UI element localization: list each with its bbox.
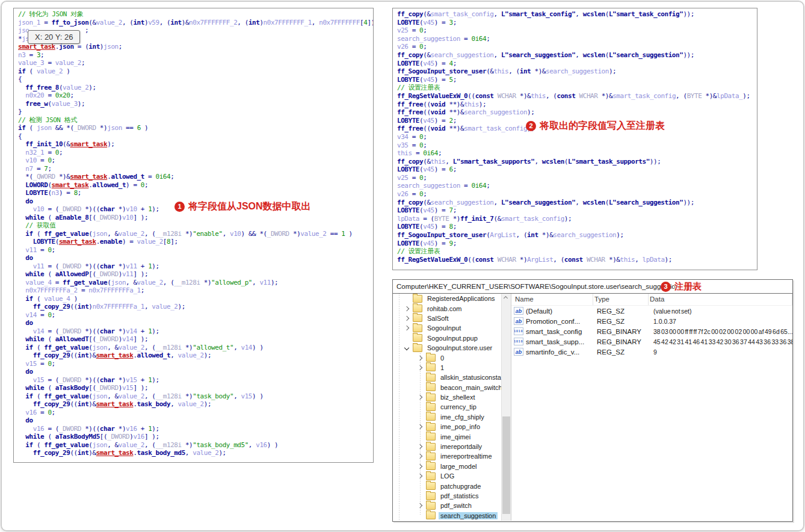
expander-box[interactable] <box>416 474 424 478</box>
tree-item-SalSoft[interactable]: SalSoft <box>393 314 511 323</box>
tree-item-patchupgrade[interactable]: patchupgrade <box>393 481 511 490</box>
tree-item-imereportdaily[interactable]: imereportdaily <box>393 442 511 451</box>
code-line: v15 = (_DWORD *)((char *)v15 + 1); <box>18 376 373 385</box>
tree-item-allskin_statusiconstatis[interactable]: allskin_statusiconstatis <box>393 373 511 382</box>
registry-address-bar[interactable]: Computer\HKEY_CURRENT_USER\SOFTWARE\Sogo… <box>393 280 792 294</box>
code-token: // 设置注册表 <box>397 84 440 91</box>
code-token: aAllowedT <box>55 335 89 343</box>
chevron-right-icon[interactable] <box>404 306 409 311</box>
tree-item-currency_tip[interactable]: currency_tip <box>393 402 511 412</box>
tree-item-label: imereportrealtime <box>439 453 494 460</box>
chevron-right-icon[interactable] <box>418 424 422 429</box>
column-header-data[interactable]: Data <box>649 294 792 305</box>
code-token: const <box>475 92 494 100</box>
code-token: v45 <box>423 165 434 173</box>
expander-box[interactable] <box>402 326 411 330</box>
tree-item-0[interactable]: 0 <box>393 353 511 362</box>
code-token: = <box>78 286 89 294</box>
chevron-right-icon[interactable] <box>418 444 422 449</box>
code-line: LOBYTE(v45) = 5; <box>397 76 757 84</box>
code-token: void <box>431 108 446 116</box>
value-name: smart_task_config <box>526 328 582 335</box>
tree-item-imereportrealtime[interactable]: imereportrealtime <box>393 451 511 461</box>
code-token: LOWORD <box>25 181 48 189</box>
tree-item-beacon_main_switch[interactable]: beacon_main_switch <box>393 383 511 392</box>
registry-value-row[interactable]: 01101001smart_task_configREG_BINARY38 03… <box>511 326 792 336</box>
code-token: value_3 <box>52 100 78 108</box>
code-token: search_suggestion <box>431 51 494 59</box>
tree-item-rohitab.com[interactable]: rohitab.com <box>393 303 511 313</box>
tree-item-1[interactable]: 1 <box>393 363 511 373</box>
code-token: ; <box>453 165 457 173</box>
expander-box[interactable] <box>416 454 424 458</box>
chevron-right-icon[interactable] <box>404 326 409 330</box>
tree-item-ime_pop_info[interactable]: ime_pop_info <box>393 422 511 431</box>
chevron-down-icon[interactable] <box>404 345 409 350</box>
tree-item-search_suggestion[interactable]: search_suggestion <box>393 511 511 521</box>
tree-item-biz_shellext[interactable]: biz_shellext <box>393 392 511 402</box>
tree-item-SogouInput.ppup[interactable]: SogouInput.ppup <box>393 333 511 343</box>
tree-item-label: SogouInput.ppup <box>425 335 480 342</box>
expander-box[interactable] <box>416 395 424 399</box>
code-token: (& <box>423 10 430 18</box>
expander-box[interactable] <box>416 356 424 360</box>
expander-box[interactable] <box>416 445 424 448</box>
registry-value-row[interactable]: absmartinfo_dic_v...REG_SZ9 <box>511 347 792 357</box>
tree-item-pdf_statistics[interactable]: pdf_statistics <box>393 491 511 501</box>
scroll-up-icon[interactable] <box>504 296 508 300</box>
expander-box[interactable] <box>402 317 411 320</box>
code-token: ) = <box>126 181 141 189</box>
code-token: , <box>575 51 582 59</box>
code-line: value_4 = ff_get_value(json, &value_2, (… <box>18 279 373 287</box>
expander-box[interactable] <box>416 504 424 507</box>
code-token: **)& <box>445 101 464 108</box>
code-token: ff_get_value <box>44 344 88 351</box>
chevron-right-icon[interactable] <box>418 355 422 360</box>
code-token: ); <box>152 327 159 335</box>
chevron-right-icon[interactable] <box>418 503 422 508</box>
code-token: n0x7FFFFFFF <box>319 19 360 26</box>
tree-scrollbar[interactable] <box>501 294 511 521</box>
expander-box[interactable] <box>402 346 411 350</box>
tree-item-large_model[interactable]: large_model <box>393 462 511 471</box>
tree-item-label: RegisteredApplications <box>425 295 497 302</box>
scrollbar-thumb[interactable] <box>502 416 510 514</box>
chevron-right-icon[interactable] <box>418 454 422 459</box>
registry-value-row[interactable]: 01101001smart_task_supp...REG_BINARY45 4… <box>511 336 792 347</box>
code-token: ; <box>423 26 427 34</box>
code-token: n3 <box>52 189 59 197</box>
chevron-right-icon[interactable] <box>418 365 422 370</box>
code-token: ff_init_7 <box>460 215 494 223</box>
code-token: ); <box>271 279 278 286</box>
tree-item-ime_qimei[interactable]: ime_qimei <box>393 431 511 441</box>
code-token: (( <box>70 449 77 457</box>
chevron-right-icon[interactable] <box>418 395 422 400</box>
tree-item-SogouInput.store.user[interactable]: SogouInput.store.user <box>393 343 511 353</box>
chevron-right-icon[interactable] <box>418 474 422 478</box>
column-header-name[interactable]: Name <box>511 294 593 305</box>
tree-item-LOG[interactable]: LOG <box>393 471 511 481</box>
code-token: (( <box>467 92 475 100</box>
code-token: task_body <box>137 400 171 408</box>
code-line: n0x20 = 0x20; <box>18 91 373 100</box>
registry-value-row[interactable]: abPromotion_conf...REG_SZ1.0.0.37 <box>511 316 792 326</box>
code-token: _DWORD <box>59 425 81 433</box>
tree-item-SogouInput[interactable]: SogouInput <box>393 323 511 333</box>
chevron-right-icon[interactable] <box>404 316 409 321</box>
expander-box[interactable] <box>416 425 424 428</box>
tree-item-RegisteredApplications[interactable]: RegisteredApplications <box>393 294 511 303</box>
code-token: , <box>494 51 501 59</box>
column-header-type[interactable]: Type <box>593 294 649 305</box>
code-line: v11 = (_DWORD *)((char *)v11 + 1); <box>18 262 373 271</box>
expander-box[interactable] <box>402 307 411 311</box>
registry-value-row[interactable]: ab(Default)REG_SZ(value not set) <box>511 306 792 316</box>
code-token: *) <box>182 230 193 238</box>
expander-box[interactable] <box>416 366 424 370</box>
expander-box[interactable] <box>416 465 424 468</box>
code-line: ff_init_10(&smart_task); <box>18 140 373 149</box>
tree-item-ime_cfg_shiply[interactable]: ime_cfg_shiply <box>393 412 511 422</box>
code-token <box>18 84 25 91</box>
chevron-right-icon[interactable] <box>418 464 422 469</box>
code-token: value_2 <box>37 67 63 75</box>
tree-item-pdf_switch[interactable]: pdf_switch <box>393 501 511 510</box>
